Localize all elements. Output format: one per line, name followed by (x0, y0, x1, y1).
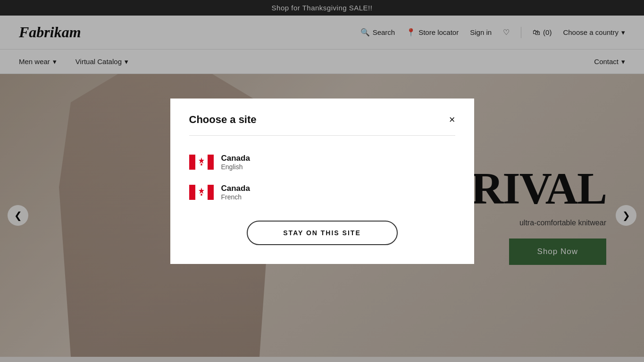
country-info-canada-french: Canada French (221, 184, 250, 201)
country-name: Canada (221, 184, 250, 193)
canada-flag-french (189, 185, 214, 200)
stay-on-site-button[interactable]: STAY ON THIS SITE (247, 221, 398, 245)
country-info-canada-english: Canada English (221, 154, 250, 171)
country-language: French (221, 193, 250, 201)
modal-overlay[interactable]: Choose a site × Canada English (0, 0, 644, 362)
svg-rect-7 (208, 185, 214, 200)
svg-rect-9 (201, 194, 202, 196)
canada-flag-english (189, 155, 214, 170)
modal-title: Choose a site (189, 114, 257, 126)
country-name: Canada (221, 154, 250, 163)
country-language: English (221, 163, 250, 171)
svg-rect-4 (201, 164, 202, 165)
svg-rect-2 (208, 155, 214, 170)
country-option-canada-french[interactable]: Canada French (189, 177, 455, 207)
modal-header: Choose a site × (189, 114, 455, 136)
modal-close-button[interactable]: × (449, 115, 455, 125)
svg-rect-0 (189, 155, 195, 170)
choose-site-modal: Choose a site × Canada English (170, 99, 474, 264)
svg-rect-5 (189, 185, 195, 200)
country-option-canada-english[interactable]: Canada English (189, 147, 455, 177)
